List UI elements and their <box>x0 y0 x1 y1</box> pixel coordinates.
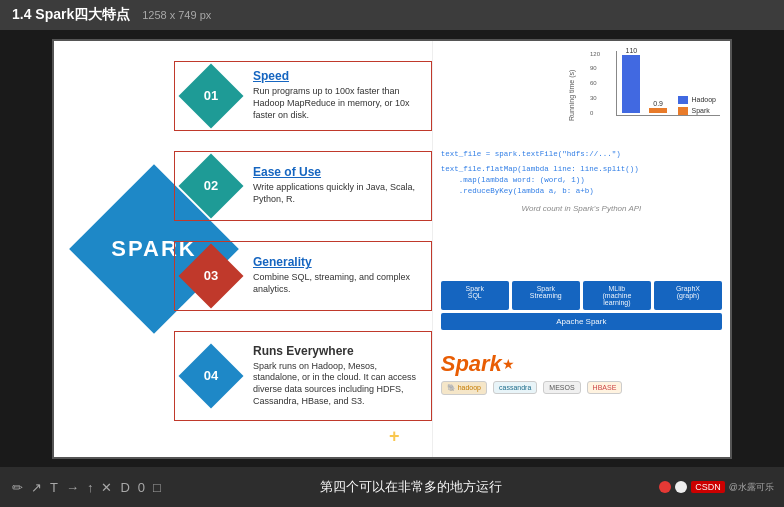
code-line-3: .map(lambda word: (word, 1)) <box>441 175 722 186</box>
eco-top-row: SparkSQL SparkStreaming MLlib(machinelea… <box>441 281 722 310</box>
arrow-icon[interactable]: ↗ <box>29 478 44 497</box>
code-comment: Word count in Spark's Python API <box>441 204 722 213</box>
spark-bar: 0.9 <box>648 100 669 115</box>
bottom-text: 第四个可以在非常多的地方运行 <box>169 478 653 496</box>
d-icon[interactable]: D <box>118 478 131 497</box>
chart-area: Running time (s) 120 90 60 30 0 110 <box>590 51 720 141</box>
partner-logos: 🐘 hadoop cassandra MESOS HBASE <box>441 381 722 395</box>
ecosystem: SparkSQL SparkStreaming MLlib(machinelea… <box>441 281 722 330</box>
code-line-1: text_file = spark.textFile("hdfs://...") <box>441 149 722 160</box>
spark-star: ★ <box>502 356 515 372</box>
status-dot-red <box>659 481 671 493</box>
feature-row-speed: 01 Speed Run programs up to 100x faster … <box>174 61 432 131</box>
feature-desc-1: Run programs up to 100x faster than Hado… <box>253 86 425 121</box>
feature-text-1: Speed Run programs up to 100x faster tha… <box>247 65 431 125</box>
csdn-badge: CSDN <box>691 481 725 493</box>
feature-text-2: Ease of Use Write applications quickly i… <box>247 161 431 209</box>
eco-spark-streaming: SparkStreaming <box>512 281 580 310</box>
hadoop-badge: 🐘 hadoop <box>441 381 487 395</box>
resolution-text: 1258 x 749 px <box>142 9 211 21</box>
diamond-wrap-2: 02 <box>183 158 239 214</box>
feature-desc-2: Write applications quickly in Java, Scal… <box>253 182 425 205</box>
legend-spark: Spark <box>678 107 716 115</box>
spark-logo-text: Spark <box>441 351 502 377</box>
feature-num-4: 04 <box>204 368 218 383</box>
slide-right: Running time (s) 120 90 60 30 0 110 <box>432 41 730 457</box>
spark-logo-area: Spark ★ 🐘 hadoop cassandra MESOS HBASE <box>441 351 722 395</box>
eco-apache-spark: Apache Spark <box>441 313 722 330</box>
chart-y-label: Running time (s) <box>568 61 575 121</box>
title-text: 1.4 Spark四大特点 <box>12 6 130 22</box>
chart-legend: Hadoop Spark <box>678 96 716 115</box>
legend-hadoop: Hadoop <box>678 96 716 104</box>
slide-left: SPARK 01 Speed Run programs up to 100x f… <box>54 41 432 457</box>
mesos-badge: MESOS <box>543 381 580 394</box>
feature-title-4: Runs Everywhere <box>253 344 425 358</box>
close-icon[interactable]: ✕ <box>99 478 114 497</box>
feature-desc-3: Combine SQL, streaming, and complex anal… <box>253 272 425 295</box>
bottom-bar: ✏ ↗ T → ↑ ✕ D 0 □ 第四个可以在非常多的地方运行 CSDN @水… <box>0 467 784 507</box>
code-area: text_file = spark.textFile("hdfs://...")… <box>441 149 722 213</box>
feature-title-1: Speed <box>253 69 425 83</box>
spark-bar-fill <box>649 108 667 113</box>
legend-hadoop-color <box>678 96 688 104</box>
status-dot-white <box>675 481 687 493</box>
title-bar: 1.4 Spark四大特点 1258 x 749 px <box>0 0 784 30</box>
eco-mllib: MLlib(machinelearning) <box>583 281 651 310</box>
hadoop-bar: 110 <box>621 47 642 115</box>
eco-spark-sql: SparkSQL <box>441 281 509 310</box>
arrow-right-icon[interactable]: → <box>64 478 81 497</box>
code-line-4: .reduceByKey(lambda a, b: a+b) <box>441 186 722 197</box>
username-text: @水露可乐 <box>729 481 774 494</box>
diamond-wrap-3: 03 <box>183 248 239 304</box>
feature-num-3: 03 <box>204 268 218 283</box>
diamond-wrap-4: 04 <box>183 348 239 404</box>
slide: SPARK 01 Speed Run programs up to 100x f… <box>52 39 732 459</box>
square-icon[interactable]: □ <box>151 478 163 497</box>
pencil-icon[interactable]: ✏ <box>10 478 25 497</box>
feature-row-generality: 03 Generality Combine SQL, streaming, an… <box>174 241 432 311</box>
feature-title-3: Generality <box>253 255 425 269</box>
feature-num-2: 02 <box>204 178 218 193</box>
arrow-up-icon[interactable]: ↑ <box>85 478 96 497</box>
hbase-badge: HBASE <box>587 381 623 394</box>
spark-logo-row: Spark ★ <box>441 351 722 377</box>
text-icon[interactable]: T <box>48 478 60 497</box>
toolbar-icons: ✏ ↗ T → ↑ ✕ D 0 □ <box>10 478 163 497</box>
feature-text-3: Generality Combine SQL, streaming, and c… <box>247 251 431 299</box>
diamond-wrap-1: 01 <box>183 68 239 124</box>
eco-graphx: GraphX(graph) <box>654 281 722 310</box>
feature-desc-4: Spark runs on Hadoop, Mesos, standalone,… <box>253 361 425 408</box>
main-area: SPARK 01 Speed Run programs up to 100x f… <box>0 30 784 467</box>
cassandra-badge: cassandra <box>493 381 537 394</box>
feature-title-2: Ease of Use <box>253 165 425 179</box>
slide-container: SPARK 01 Speed Run programs up to 100x f… <box>0 30 784 467</box>
feature-row-ease: 02 Ease of Use Write applications quickl… <box>174 151 432 221</box>
feature-text-4: Runs Everywhere Spark runs on Hadoop, Me… <box>247 340 431 412</box>
chart-bars: 110 0.9 <box>616 51 720 116</box>
code-line-2: text_file.flatMap(lambda line: line.spli… <box>441 164 722 175</box>
zero-icon[interactable]: 0 <box>136 478 147 497</box>
feature-row-everywhere: 04 Runs Everywhere Spark runs on Hadoop,… <box>174 331 432 421</box>
feature-num-1: 01 <box>204 88 218 103</box>
cursor-plus: + <box>389 426 400 447</box>
status-area: CSDN @水露可乐 <box>659 481 774 494</box>
legend-spark-color <box>678 107 688 115</box>
hadoop-bar-fill <box>622 55 640 113</box>
